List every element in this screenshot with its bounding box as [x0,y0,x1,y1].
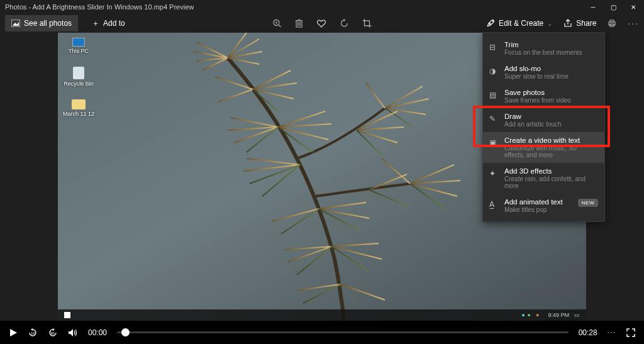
menu-item-subtitle: Add an artistic touch [504,121,598,128]
share-icon [564,19,572,28]
edit-create-label: Edit & Create [499,19,543,28]
desktop-icon-label: March 11 12 [63,111,94,117]
favorite-icon[interactable] [317,19,326,28]
player-more-icon[interactable]: ··· [608,329,616,336]
windows-start-icon[interactable] [64,312,70,318]
desktop-icon-this-pc[interactable]: This PC [63,38,94,54]
edit-create-dropdown: ⊟ Trim Focus on the best moments ◑ Add s… [482,32,605,222]
trim-icon: ⊟ [489,43,498,52]
tray-icon: ● [528,312,531,318]
share-button[interactable]: Share [564,19,596,28]
menu-item-subtitle: Create rain, add confetti, and more [504,175,598,189]
svg-marker-1 [13,22,19,26]
svg-marker-82 [69,329,73,336]
menu-item-create-video-text[interactable]: ▣ Create a video with text Customize wit… [483,132,604,163]
photo-icon [11,19,20,27]
window-title: Photos - Add A Brightness Slider In Wind… [5,3,194,11]
maximize-button[interactable]: ▢ [610,4,616,10]
more-icon[interactable]: ··· [628,18,639,28]
see-all-label: See all photos [24,19,72,28]
folder-icon [72,99,86,109]
desktop-icon-label: This PC [69,48,89,54]
menu-item-title: Add 3D effects [504,167,598,175]
menu-item-title: Create a video with text [504,136,598,144]
share-label: Share [576,19,596,28]
minimize-button[interactable]: ─ [590,4,596,10]
desktop-icon-recycle-bin[interactable]: Recycle Bin [63,67,94,87]
tray-icon: ● [521,312,525,318]
title-bar: Photos - Add A Brightness Slider In Wind… [0,0,644,14]
menu-item-subtitle: Super slow to real time [504,73,598,80]
svg-text:30: 30 [50,331,55,335]
draw-icon: ✎ [489,114,498,123]
progress-bar[interactable] [117,331,569,333]
svg-marker-12 [344,19,346,21]
computer-icon [72,38,85,47]
add-to-button[interactable]: ＋ Add to [86,14,131,33]
current-time: 00:00 [88,328,107,337]
zoom-icon[interactable] [273,19,282,28]
add-to-label: Add to [103,19,125,28]
skip-back-button[interactable]: 10 [28,328,38,338]
play-button[interactable] [9,328,18,337]
plus-icon: ＋ [92,18,99,29]
menu-item-3d-effects[interactable]: ✦ Add 3D effects Create rain, add confet… [483,163,604,194]
see-all-photos-button[interactable]: See all photos [5,15,78,31]
fullscreen-button[interactable] [626,328,635,337]
desktop-icon-label: Recycle Bin [64,80,94,87]
animated-text-icon: A̲ [489,200,498,209]
print-icon[interactable] [608,19,616,28]
svg-marker-80 [53,328,55,331]
volume-button[interactable] [68,328,78,337]
edit-create-button[interactable]: Edit & Create ⌄ [486,19,552,28]
menu-item-draw[interactable]: ✎ Draw Add an artistic touch [483,108,604,132]
desktop-icon-folder[interactable]: March 11 12 [63,99,94,117]
menu-item-trim[interactable]: ⊟ Trim Focus on the best moments [483,36,604,60]
recycle-bin-icon [73,67,84,79]
menu-item-title: Draw [504,113,598,120]
slomo-icon: ◑ [489,67,498,75]
save-icon: ▤ [489,91,498,99]
notification-icon[interactable]: ▭ [574,312,580,318]
edit-icon [486,19,495,28]
svg-marker-77 [10,329,17,336]
tray-icon: ● [536,312,539,318]
menu-item-subtitle: Save frames from video [504,97,598,104]
video-player-controls: 10 30 00:00 00:28 ··· [0,321,644,344]
video-text-icon: ▣ [489,138,498,147]
close-button[interactable]: ✕ [630,4,636,10]
menu-item-slomo[interactable]: ◑ Add slo-mo Super slow to real time [483,60,604,84]
total-time: 00:28 [579,328,597,337]
chevron-down-icon: ⌄ [547,20,552,27]
inner-taskbar: ● ● ● 9:49 PM ▭ [58,309,586,321]
toolbar: See all photos ＋ Add to Edit & Create ⌄ [0,14,644,33]
menu-item-subtitle: Customize with music, 3D effects, and mo… [504,145,598,158]
svg-line-3 [279,25,281,28]
menu-item-title: Trim [504,41,598,48]
effects-icon: ✦ [489,169,498,178]
rotate-icon[interactable] [340,19,349,28]
menu-item-save-photos[interactable]: ▤ Save photos Save frames from video [483,84,604,108]
svg-text:10: 10 [31,331,35,335]
menu-item-subtitle: Make titles pop [504,206,598,213]
menu-item-subtitle: Focus on the best moments [504,49,598,56]
svg-rect-14 [610,20,614,22]
skip-forward-button[interactable]: 30 [48,328,58,338]
crop-icon[interactable] [363,19,372,28]
menu-item-animated-text[interactable]: A̲ Add animated text Make titles pop NEW [483,194,604,218]
svg-marker-78 [31,328,33,331]
menu-item-title: Add slo-mo [504,65,598,72]
taskbar-clock: 9:49 PM [548,312,569,318]
menu-item-title: Save photos [504,89,598,96]
new-badge: NEW [578,199,598,207]
progress-thumb[interactable] [121,328,130,336]
delete-icon[interactable] [296,19,303,28]
